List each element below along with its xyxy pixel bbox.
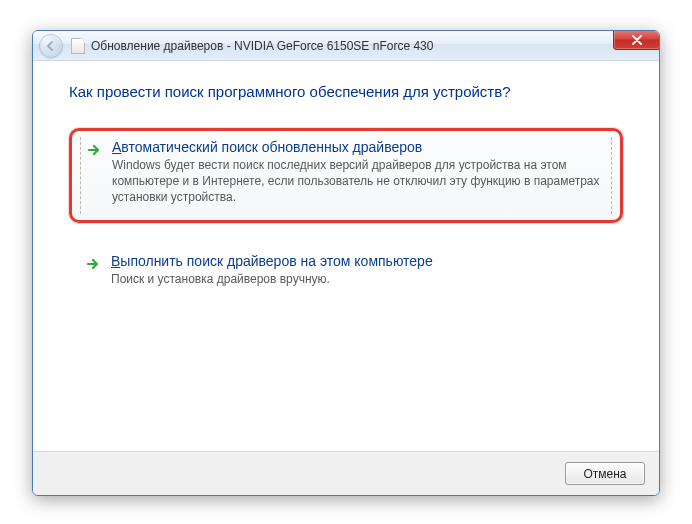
footer: Отмена [33, 451, 659, 495]
arrow-right-icon [83, 256, 103, 287]
arrow-right-icon [84, 142, 104, 206]
option-title: Выполнить поиск драйверов на этом компью… [111, 253, 609, 269]
option-browse-computer[interactable]: Выполнить поиск драйверов на этом компью… [69, 243, 623, 301]
document-icon [71, 38, 85, 54]
content-area: Как провести поиск программного обеспече… [33, 61, 659, 451]
cancel-button[interactable]: Отмена [565, 462, 645, 485]
option-description: Поиск и установка драйверов вручную. [111, 271, 609, 287]
option-title: Автоматический поиск обновленных драйвер… [112, 139, 602, 155]
back-button[interactable] [39, 34, 63, 58]
titlebar[interactable]: Обновление драйверов - NVIDIA GeForce 61… [33, 31, 659, 61]
close-button[interactable] [613, 30, 660, 50]
back-arrow-icon [45, 40, 57, 52]
option-description: Windows будет вести поиск последних верс… [112, 157, 602, 206]
options-list: Автоматический поиск обновленных драйвер… [69, 128, 623, 301]
page-heading: Как провести поиск программного обеспече… [69, 83, 623, 100]
close-icon [631, 35, 643, 45]
window-title: Обновление драйверов - NVIDIA GeForce 61… [91, 39, 433, 53]
option-body: Автоматический поиск обновленных драйвер… [112, 139, 602, 206]
driver-update-wizard: Обновление драйверов - NVIDIA GeForce 61… [32, 30, 660, 496]
option-auto-search[interactable]: Автоматический поиск обновленных драйвер… [69, 128, 623, 223]
option-body: Выполнить поиск драйверов на этом компью… [111, 253, 609, 287]
